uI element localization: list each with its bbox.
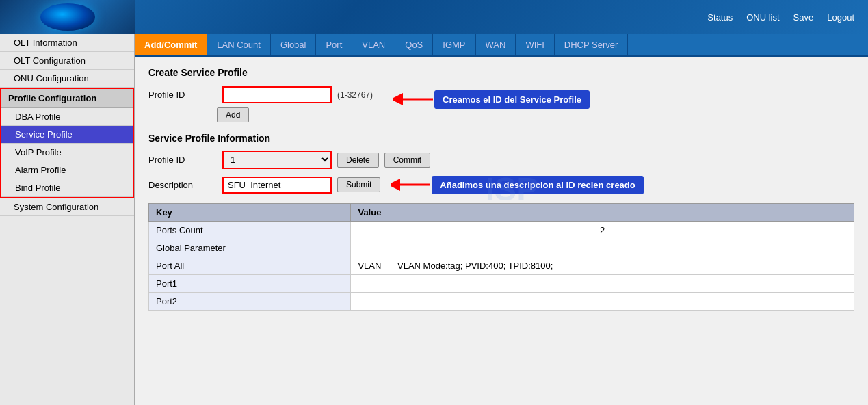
profile-id-hint: (1-32767)	[337, 90, 373, 100]
key-port2: Port2	[149, 293, 351, 311]
tab-igmp[interactable]: IGMP	[433, 34, 475, 55]
table-row: Global Parameter	[149, 239, 854, 257]
tab-vlan[interactable]: VLAN	[352, 34, 395, 55]
data-table: Key Value Ports Count 2 Global Parameter…	[148, 203, 854, 311]
annotation1-box: Creamos el ID del Service Profile	[434, 90, 590, 109]
logo-area	[0, 0, 135, 34]
content-body: ISP Create Service Profile Profile ID (1…	[135, 57, 868, 321]
key-ports-count: Ports Count	[149, 222, 351, 239]
nav-links: Status ONU list Save Logout	[707, 12, 854, 23]
info-profile-id-label: Profile ID	[148, 155, 217, 165]
tab-qos[interactable]: QoS	[395, 34, 433, 55]
delete-button[interactable]: Delete	[337, 153, 379, 168]
table-row: Port1	[149, 275, 854, 293]
arrow2-icon	[391, 174, 432, 195]
tab-wifi[interactable]: WIFI	[516, 34, 554, 55]
profile-id-select[interactable]: 1	[222, 151, 332, 169]
sidebar-item-bind-profile[interactable]: Bind Profile	[1, 179, 133, 197]
sidebar-item-olt-information[interactable]: OLT Information	[0, 34, 134, 52]
service-profile-info-title: Service Profile Information	[148, 133, 854, 144]
commit-button[interactable]: Commit	[384, 153, 430, 168]
value-port1	[351, 275, 854, 293]
content-area: Add/Commit LAN Count Global Port VLAN Qo…	[135, 34, 868, 405]
save-link[interactable]: Save	[793, 12, 814, 23]
add-button[interactable]: Add	[217, 107, 249, 122]
info-profile-id-row: Profile ID 1 Delete Commit	[148, 151, 854, 169]
value-port2	[351, 293, 854, 311]
annotation2-box: Añadimos una descripcion al ID recien cr…	[432, 176, 643, 194]
tab-global[interactable]: Global	[271, 34, 317, 55]
value-ports-count: 2	[351, 222, 854, 239]
logout-link[interactable]: Logout	[827, 12, 854, 23]
key-port-all: Port All	[149, 257, 351, 275]
arrow1-icon	[393, 89, 434, 109]
create-profile-id-input[interactable]	[222, 86, 332, 103]
tab-bar: Add/Commit LAN Count Global Port VLAN Qo…	[135, 34, 868, 57]
sidebar-item-voip-profile[interactable]: VoIP Profile	[1, 144, 133, 161]
globe-icon	[40, 3, 95, 31]
table-row: Ports Count 2	[149, 222, 854, 239]
profile-configuration-block: Profile Configuration DBA Profile Servic…	[0, 88, 134, 198]
sidebar-item-onu-configuration[interactable]: ONU Configuration	[0, 70, 134, 88]
description-label: Description	[148, 180, 217, 190]
tab-port[interactable]: Port	[316, 34, 352, 55]
table-header-key: Key	[149, 204, 351, 222]
value-port-all: VLAN VLAN Mode:tag; PVID:400; TPID:8100;	[351, 257, 854, 275]
table-header-value: Value	[351, 204, 854, 222]
table-row: Port2	[149, 293, 854, 311]
sidebar-item-alarm-profile[interactable]: Alarm Profile	[1, 161, 133, 179]
sidebar-item-dba-profile[interactable]: DBA Profile	[1, 108, 133, 126]
onu-list-link[interactable]: ONU list	[746, 12, 779, 23]
description-input[interactable]	[222, 177, 332, 194]
submit-button[interactable]: Submit	[337, 177, 380, 192]
tab-lan-count[interactable]: LAN Count	[207, 34, 271, 55]
key-global-parameter: Global Parameter	[149, 239, 351, 257]
status-link[interactable]: Status	[707, 12, 733, 23]
sidebar-item-service-profile[interactable]: Service Profile	[1, 126, 133, 144]
main-layout: OLT Information OLT Configuration ONU Co…	[0, 34, 868, 405]
value-global-parameter	[351, 239, 854, 257]
tab-dhcp-server[interactable]: DHCP Server	[555, 34, 629, 55]
top-header: Status ONU list Save Logout	[0, 0, 868, 34]
sidebar-item-profile-configuration[interactable]: Profile Configuration	[1, 89, 133, 108]
sidebar-item-system-configuration[interactable]: System Configuration	[0, 198, 134, 216]
create-profile-id-label: Profile ID	[148, 90, 217, 100]
table-row: Port All VLAN VLAN Mode:tag; PVID:400; T…	[149, 257, 854, 275]
tab-wan[interactable]: WAN	[476, 34, 516, 55]
sidebar-item-olt-configuration[interactable]: OLT Configuration	[0, 52, 134, 70]
tab-add-commit[interactable]: Add/Commit	[135, 34, 207, 55]
sidebar: OLT Information OLT Configuration ONU Co…	[0, 34, 135, 405]
key-port1: Port1	[149, 275, 351, 293]
create-service-profile-title: Create Service Profile	[148, 67, 854, 78]
